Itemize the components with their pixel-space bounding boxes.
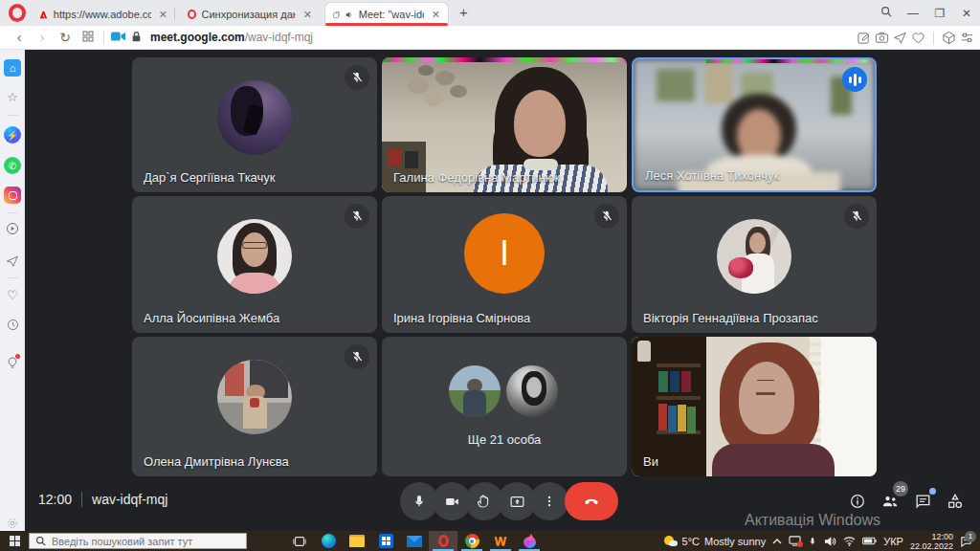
books — [658, 404, 667, 430]
sidebar-tips-bulb-icon[interactable] — [4, 354, 21, 371]
participants-panel-icon[interactable]: 29 — [879, 490, 902, 513]
search-icon — [35, 536, 46, 546]
windows-taskbar: W 5°C Mostly sunny — [0, 531, 980, 551]
camera-in-use-icon[interactable] — [111, 29, 125, 46]
tab-title: Meet: "wav-idqf-mqj" — [359, 9, 424, 20]
avatar-face — [526, 377, 542, 398]
forward-icon[interactable]: › — [31, 30, 54, 45]
avatar-face — [241, 232, 268, 267]
sidebar-messenger-icon[interactable]: ⚡ — [4, 126, 21, 143]
tab-close-icon[interactable]: ✕ — [303, 9, 312, 21]
tab-search-icon[interactable] — [873, 6, 900, 20]
avatar-building — [225, 364, 244, 396]
participant-tile[interactable]: Олена Дмитрівна Лунєва — [132, 337, 377, 476]
chrome-logo — [465, 534, 479, 548]
sidebar-whatsapp-icon[interactable]: ✆ — [4, 157, 21, 174]
taskbar-wps-icon[interactable]: W — [486, 531, 515, 551]
meeting-details-info-icon[interactable] — [846, 490, 869, 513]
minimize-button[interactable]: — — [900, 7, 926, 20]
opera-menu-icon[interactable] — [9, 4, 26, 22]
tab-adobe[interactable]: https://www.adobe.com/ru ✕ — [32, 3, 175, 26]
taskbar-opera-icon[interactable] — [429, 531, 457, 551]
recording-dot — [797, 541, 803, 547]
participant-avatar — [717, 219, 791, 294]
tray-network-icon[interactable] — [843, 536, 856, 546]
sidebar-history-clock-icon[interactable] — [4, 316, 21, 333]
taskbar-mail-icon[interactable] — [400, 531, 429, 551]
tab-opera-sync[interactable]: Синхронизация данных б ✕ — [180, 3, 320, 26]
tab-title: https://www.adobe.com/ru — [54, 9, 151, 20]
weather-temp: 5°C — [682, 536, 700, 547]
taskbar-explorer-icon[interactable] — [343, 531, 371, 551]
url-text[interactable]: meet.google.com/wav-idqf-mqj — [150, 31, 313, 44]
task-view-button[interactable] — [285, 531, 314, 551]
tray-clock[interactable]: 12:00 22.02.2022 — [910, 532, 953, 551]
close-button[interactable]: ✕ — [953, 7, 980, 20]
overflow-participants-tile[interactable]: Ще 21 особа — [382, 337, 627, 476]
participant-tile[interactable]: Дар`я Сергіївна Ткачук — [132, 57, 377, 192]
bookmark-heart-icon[interactable] — [911, 31, 925, 45]
tray-volume-icon[interactable] — [824, 536, 836, 547]
participant-tile-video[interactable]: Галина Федорівна Мартинюк — [382, 57, 627, 192]
tab-audio-icon[interactable] — [345, 10, 352, 20]
tray-screen-share-icon[interactable] — [789, 536, 801, 546]
tray-battery-icon[interactable] — [862, 537, 877, 545]
self-view-tile[interactable]: Ви — [632, 337, 877, 476]
participant-name: Галина Федорівна Мартинюк — [393, 170, 560, 185]
sidebar-myflow-icon[interactable] — [4, 253, 21, 270]
opera-favicon-icon — [188, 10, 196, 19]
taskbar-search-box[interactable] — [29, 533, 247, 549]
sidebar-settings-gear-icon[interactable] — [4, 515, 21, 532]
sidebar-favorites-heart-icon[interactable]: ♡ — [4, 286, 21, 303]
more-options-button[interactable] — [530, 482, 568, 520]
sidebar-instagram-icon[interactable] — [4, 187, 21, 204]
participant-tile[interactable]: І Ірина Ігорівна Смірнова — [382, 196, 627, 333]
lock-icon[interactable] — [131, 29, 142, 46]
new-tab-button[interactable]: + — [459, 4, 468, 20]
restore-button[interactable]: ❐ — [926, 7, 953, 20]
speed-dial-icon[interactable] — [77, 30, 100, 45]
reload-icon[interactable]: ↻ — [54, 30, 77, 45]
camera-capture-icon[interactable] — [875, 31, 889, 45]
vase — [637, 341, 651, 362]
participant-tile-speaking[interactable]: Леся Хотіївна Тихончук — [632, 57, 877, 192]
participant-tile[interactable]: Вікторія Геннадіївна Прозапас — [632, 196, 877, 333]
chat-panel-icon[interactable] — [911, 490, 934, 513]
sidebar-start-page-icon[interactable]: ⌂ — [4, 59, 21, 77]
taskbar-store-icon[interactable] — [371, 531, 400, 551]
participant-name: Олена Дмитрівна Лунєва — [144, 454, 289, 469]
back-icon[interactable]: ‹ — [8, 30, 31, 45]
screen: https://www.adobe.com/ru ✕ Синхронизация… — [0, 0, 980, 551]
taskbar-chrome-icon[interactable] — [457, 531, 486, 551]
person-face — [514, 90, 566, 157]
search-input[interactable] — [52, 536, 224, 547]
mail-logo — [407, 536, 422, 547]
tab-close-icon[interactable]: ✕ — [432, 9, 440, 21]
sidebar-bookmarks-star-icon[interactable]: ☆ — [4, 88, 21, 105]
divider — [81, 492, 82, 507]
tray-chevron-icon[interactable] — [772, 538, 782, 545]
action-center-icon[interactable]: 1 — [960, 536, 972, 547]
snapshot-edit-icon[interactable] — [857, 31, 871, 45]
participant-count-badge: 29 — [893, 481, 908, 496]
start-button[interactable] — [0, 531, 29, 551]
leave-call-button[interactable] — [565, 482, 618, 520]
send-to-flow-icon[interactable] — [893, 31, 907, 45]
extensions-cube-icon[interactable] — [942, 31, 956, 45]
language-indicator[interactable]: УКР — [883, 536, 903, 547]
meet-main-stage: Дар`я Сергіївна Ткачук Галина Федорівна … — [25, 50, 980, 531]
meeting-time: 12:00 — [38, 492, 72, 507]
participant-initial-avatar: І — [464, 213, 545, 294]
weather-widget[interactable]: 5°C Mostly sunny — [664, 536, 767, 547]
shelf-edges — [657, 364, 701, 367]
activities-icon[interactable] — [944, 490, 967, 513]
participant-tile[interactable]: Алла Йосипівна Жемба — [132, 196, 377, 333]
tray-microphone-icon[interactable] — [808, 536, 817, 547]
taskbar-edge-icon[interactable] — [314, 531, 343, 551]
easy-setup-sliders-icon[interactable] — [960, 31, 974, 45]
sidebar-player-icon[interactable] — [4, 220, 21, 237]
meeting-code: wav-idqf-mqj — [92, 492, 167, 507]
participant-name: Ірина Ігорівна Смірнова — [393, 311, 530, 325]
taskbar-gradient-flame-app-icon[interactable] — [515, 531, 544, 551]
tab-close-icon[interactable]: ✕ — [159, 9, 167, 21]
